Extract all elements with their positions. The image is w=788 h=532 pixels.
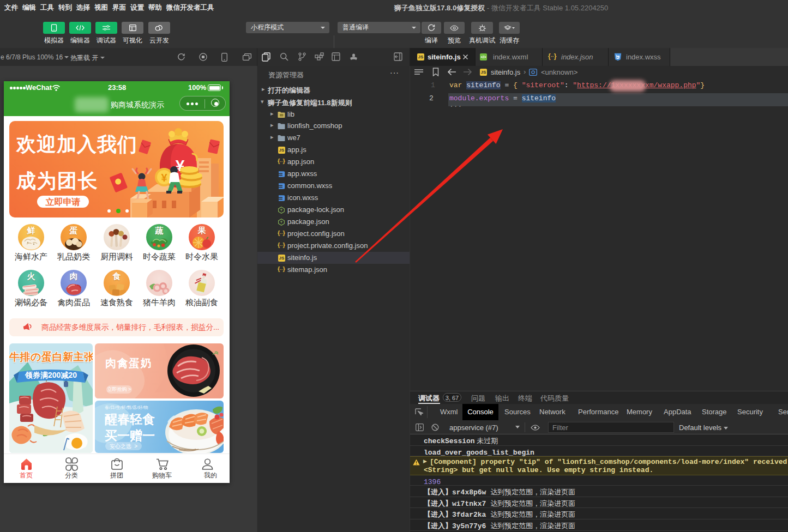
svg-text:¥: ¥ — [161, 172, 167, 184]
